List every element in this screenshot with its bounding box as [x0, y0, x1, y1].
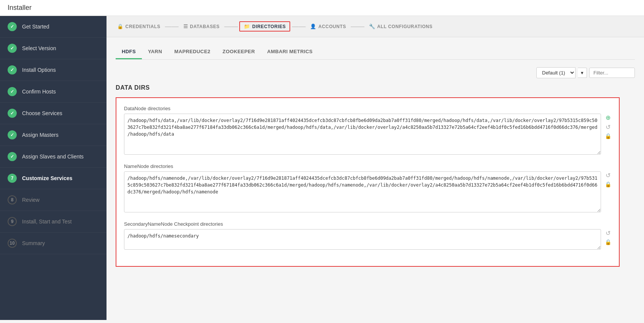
step-connector-4: —— — [351, 22, 364, 30]
sidebar: ✓Get Started✓Select Version✓Install Opti… — [0, 16, 107, 320]
default-select[interactable]: Default (1) — [536, 67, 576, 78]
sidebar-item-select-version[interactable]: ✓Select Version — [0, 38, 107, 59]
tab-mapreduce2[interactable]: MAPREDUCE2 — [168, 45, 216, 59]
accounts-icon: 👤 — [310, 24, 316, 29]
app-title-bar: Installer — [0, 0, 644, 16]
sidebar-label-confirm-hosts: Confirm Hosts — [22, 89, 56, 95]
step-connector-3: —— — [292, 22, 305, 30]
databases-icon: ☰ — [183, 24, 188, 29]
field-row-secondary-namenode-dirs: SecondaryNameNode Checkpoint directories… — [124, 221, 611, 251]
step-circle-select-version: ✓ — [8, 44, 17, 53]
field-row-datanode-dirs: DataNode directories⊕↺🔒 — [124, 106, 611, 156]
sidebar-label-install-start-test: Install, Start and Test — [22, 218, 72, 225]
step-circle-review: 8 — [8, 195, 17, 204]
filter-input[interactable] — [589, 68, 635, 78]
field-textarea-secondary-namenode-dirs[interactable] — [124, 229, 601, 250]
step-nav-credentials[interactable]: 🔒CREDENTIALS — [114, 22, 164, 31]
app-title: Installer — [8, 4, 32, 11]
sidebar-label-assign-slaves: Assign Slaves and Clients — [22, 154, 84, 160]
sidebar-item-assign-masters[interactable]: ✓Assign Masters — [0, 124, 107, 146]
refresh-icon-namenode-dirs[interactable]: ↺ — [606, 172, 611, 179]
step-nav-label-credentials: CREDENTIALS — [126, 24, 161, 29]
step-connector-2: —— — [224, 22, 238, 30]
step-circle-confirm-hosts: ✓ — [8, 87, 17, 96]
section-header: DATA DIRS — [116, 84, 635, 91]
refresh-icon-secondary-namenode-dirs[interactable]: ↺ — [606, 230, 611, 237]
field-label-namenode-dirs: NameNode directories — [124, 163, 601, 169]
directories-icon: 📁 — [244, 24, 250, 29]
sidebar-item-summary[interactable]: 10Summary — [0, 233, 107, 254]
step-nav-label-directories: DIRECTORIES — [252, 24, 286, 29]
sidebar-item-choose-services[interactable]: ✓Choose Services — [0, 103, 107, 124]
sidebar-label-assign-masters: Assign Masters — [22, 132, 59, 138]
step-nav-label-all-configurations: ALL CONFIGURATIONS — [377, 24, 433, 29]
sidebar-item-review[interactable]: 8Review — [0, 189, 107, 211]
main-content: 🔒CREDENTIALS——☰DATABASES——📁DIRECTORIES——… — [107, 16, 644, 320]
step-nav-label-accounts: ACCOUNTS — [318, 24, 346, 29]
sidebar-label-review: Review — [22, 197, 40, 203]
sidebar-item-get-started[interactable]: ✓Get Started — [0, 16, 107, 38]
sidebar-label-customize-services: Customize Services — [22, 175, 72, 181]
step-nav-accounts[interactable]: 👤ACCOUNTS — [307, 22, 349, 31]
step-circle-assign-masters: ✓ — [8, 130, 17, 139]
step-circle-install-options: ✓ — [8, 65, 17, 74]
field-label-secondary-namenode-dirs: SecondaryNameNode Checkpoint directories — [124, 221, 601, 227]
field-textarea-datanode-dirs[interactable] — [124, 114, 601, 155]
step-circle-summary: 10 — [8, 239, 17, 248]
lock-icon-datanode-dirs[interactable]: 🔒 — [605, 133, 611, 139]
all-configurations-icon: 🔧 — [369, 24, 375, 29]
content-area: HDFSYARNMAPREDUCE2ZOOKEEPERAMBARI METRIC… — [107, 37, 644, 274]
sidebar-item-install-start-test[interactable]: 9Install, Start and Test — [0, 211, 107, 233]
refresh-icon-datanode-dirs[interactable]: ↺ — [606, 124, 611, 131]
credentials-icon: 🔒 — [117, 24, 124, 29]
steps-nav: 🔒CREDENTIALS——☰DATABASES——📁DIRECTORIES——… — [107, 16, 644, 37]
step-connector-1: —— — [165, 22, 179, 30]
step-nav-directories[interactable]: 📁DIRECTORIES — [239, 21, 290, 32]
tab-hdfs[interactable]: HDFS — [116, 45, 142, 59]
step-circle-get-started: ✓ — [8, 22, 17, 31]
dirs-form: DataNode directories⊕↺🔒NameNode director… — [116, 97, 620, 267]
step-circle-install-start-test: 9 — [8, 217, 17, 226]
sidebar-label-choose-services: Choose Services — [22, 110, 62, 116]
default-chevron-button[interactable]: ▾ — [578, 68, 587, 78]
step-nav-all-configurations[interactable]: 🔧ALL CONFIGURATIONS — [366, 22, 436, 31]
sidebar-item-assign-slaves[interactable]: ✓Assign Slaves and Clients — [0, 146, 107, 168]
sidebar-label-get-started: Get Started — [22, 24, 49, 30]
lock-disabled-icon-secondary-namenode-dirs[interactable]: 🔒 — [605, 239, 611, 245]
step-circle-customize-services: 7 — [8, 174, 17, 183]
field-textarea-namenode-dirs[interactable] — [124, 171, 601, 212]
tab-yarn[interactable]: YARN — [142, 45, 168, 59]
sidebar-item-confirm-hosts[interactable]: ✓Confirm Hosts — [0, 81, 107, 103]
step-nav-label-databases: DATABASES — [190, 24, 219, 29]
sidebar-label-install-options: Install Options — [22, 67, 56, 73]
sidebar-label-select-version: Select Version — [22, 45, 56, 51]
step-nav-databases[interactable]: ☰DATABASES — [180, 22, 223, 31]
tab-zookeeper[interactable]: ZOOKEEPER — [216, 45, 261, 59]
step-circle-choose-services: ✓ — [8, 109, 17, 118]
step-circle-assign-slaves: ✓ — [8, 152, 17, 161]
filter-row: Default (1) ▾ — [116, 67, 635, 78]
add-icon-datanode-dirs[interactable]: ⊕ — [606, 114, 611, 121]
main-layout: ✓Get Started✓Select Version✓Install Opti… — [0, 16, 644, 320]
sidebar-item-customize-services[interactable]: 7Customize Services — [0, 168, 107, 189]
tab-ambari-metrics[interactable]: AMBARI METRICS — [261, 45, 319, 59]
sidebar-label-summary: Summary — [22, 240, 45, 246]
lock-icon-namenode-dirs[interactable]: 🔒 — [605, 181, 611, 187]
field-label-datanode-dirs: DataNode directories — [124, 106, 601, 111]
field-row-namenode-dirs: NameNode directories↺🔒 — [124, 163, 611, 214]
service-tabs: HDFSYARNMAPREDUCE2ZOOKEEPERAMBARI METRIC… — [116, 45, 635, 60]
sidebar-item-install-options[interactable]: ✓Install Options — [0, 59, 107, 81]
